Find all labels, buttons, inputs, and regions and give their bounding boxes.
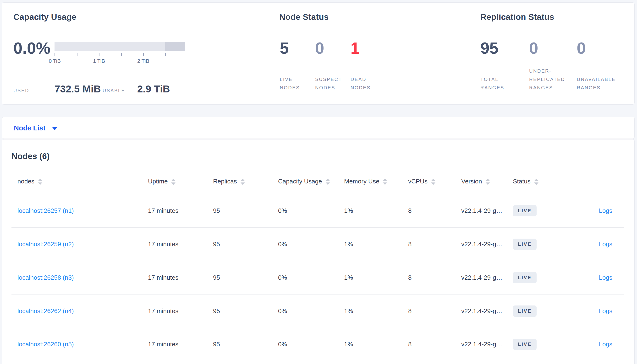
cluster-summary-card: Capacity Usage 0.0% 0 TiB 1 TiB 2 TiB US… [2,2,634,104]
capacity-cell: 0% [278,240,344,248]
replicas-cell: 95 [213,340,278,348]
version-cell: v22.1.4-29-g… [461,308,513,315]
uptime-cell: 17 minutes [148,240,213,248]
axis-tick [99,53,100,56]
usable-value: 2.9 TiB [137,83,170,95]
memory-cell: 1% [344,340,408,348]
suspect-nodes-label: SUSPECT NODES [315,75,342,92]
axis-tick-label: 2 TiB [129,58,158,64]
dead-nodes-label: DEAD NODES [351,75,371,92]
memory-cell: 1% [344,308,408,315]
replication-status-title: Replication Status [480,12,554,22]
version-cell: v22.1.4-29-g… [461,274,513,281]
table-row: localhost:26257 (n1)17 minutes950%1%8v22… [12,194,623,228]
column-header-vcpus[interactable]: vCPUs [408,178,461,187]
column-label: vCPUs [408,178,428,187]
logs-link[interactable]: Logs [569,340,623,348]
sort-icon[interactable] [171,179,175,185]
vcpus-cell: 8 [408,340,461,348]
status-badge: LIVE [513,205,537,216]
logs-link[interactable]: Logs [569,308,623,315]
capacity-reserved-segment [165,42,185,51]
under-replicated-count: 0 [529,40,538,56]
sort-icon[interactable] [240,179,245,185]
total-ranges-count: 95 [480,40,499,56]
capacity-cell: 0% [278,207,344,214]
vcpus-cell: 8 [408,207,461,214]
table-row: localhost:26260 (n5)17 minutes950%1%8v22… [12,328,623,361]
sort-icon[interactable] [326,179,330,185]
dead-nodes-count: 1 [351,40,360,56]
column-header-status[interactable]: Status [513,178,569,187]
status-badge: LIVE [513,339,537,350]
chevron-down-icon [52,127,57,130]
capacity-usage-title: Capacity Usage [14,12,76,22]
memory-cell: 1% [344,274,408,281]
uptime-cell: 17 minutes [148,340,213,348]
logs-link[interactable]: Logs [569,240,623,248]
node-status-title: Node Status [279,12,329,22]
column-header-capacity[interactable]: Capacity Usage [278,178,344,187]
capacity-cell: 0% [278,274,344,281]
column-label: Uptime [148,178,168,187]
axis-tick-label: 1 TiB [85,58,113,64]
under-replicated-label: UNDER- REPLICATED RANGES [529,67,565,92]
column-header-memory[interactable]: Memory Use [344,178,408,187]
logs-link[interactable]: Logs [569,207,623,214]
column-header-replicas[interactable]: Replicas [213,178,278,187]
sort-icon[interactable] [534,179,538,185]
memory-cell: 1% [344,207,408,214]
uptime-cell: 17 minutes [148,274,213,281]
total-ranges-label: TOTAL RANGES [480,75,504,92]
node-link[interactable]: localhost:26262 (n4) [12,308,148,315]
axis-tick [77,53,78,56]
capacity-percent: 0.0% [14,40,51,56]
sort-icon[interactable] [38,179,42,185]
capacity-usage-bar [55,42,185,51]
node-list-dropdown-label: Node List [14,124,46,132]
memory-cell: 1% [344,240,408,248]
column-label: Replicas [213,178,237,187]
status-cell: LIVE [513,306,569,317]
node-link[interactable]: localhost:26257 (n1) [12,207,148,214]
axis-tick [165,53,166,56]
suspect-nodes-count: 0 [315,40,324,56]
column-label: Capacity Usage [278,178,322,187]
vcpus-cell: 8 [408,274,461,281]
used-label: USED [14,88,29,94]
sort-icon[interactable] [431,179,435,185]
nodes-table: nodesUptimeReplicasCapacity UsageMemory … [12,171,623,361]
node-link[interactable]: localhost:26258 (n3) [12,274,148,281]
table-header-row: nodesUptimeReplicasCapacity UsageMemory … [12,171,623,194]
version-cell: v22.1.4-29-g… [461,240,513,248]
version-cell: v22.1.4-29-g… [461,340,513,348]
axis-tick [55,53,55,56]
used-value: 732.5 MiB [55,83,101,95]
uptime-cell: 17 minutes [148,207,213,214]
status-badge: LIVE [513,238,537,250]
axis-tick-label: 0 TiB [41,58,69,64]
logs-link[interactable]: Logs [569,274,623,281]
column-header-node[interactable]: nodes [12,178,148,187]
column-label: Memory Use [344,178,379,187]
uptime-cell: 17 minutes [148,308,213,315]
column-header-version[interactable]: Version [461,178,513,187]
live-nodes-label: LIVE NODES [280,75,300,92]
status-cell: LIVE [513,205,569,216]
replicas-cell: 95 [213,308,278,315]
node-link[interactable]: localhost:26260 (n5) [12,340,148,348]
node-link[interactable]: localhost:26259 (n2) [12,240,148,248]
table-body: localhost:26257 (n1)17 minutes950%1%8v22… [12,194,623,361]
sort-icon[interactable] [383,179,387,185]
vcpus-cell: 8 [408,240,461,248]
node-list-dropdown[interactable]: Node List [14,117,57,139]
column-label: Status [513,178,531,187]
sort-icon[interactable] [486,179,490,185]
live-nodes-count: 5 [280,40,289,56]
column-label: nodes [18,178,35,187]
capacity-cell: 0% [278,340,344,348]
status-badge: LIVE [513,306,537,317]
table-row: localhost:26258 (n3)17 minutes950%1%8v22… [12,261,623,294]
column-header-uptime[interactable]: Uptime [148,178,213,187]
axis-tick [143,53,144,56]
